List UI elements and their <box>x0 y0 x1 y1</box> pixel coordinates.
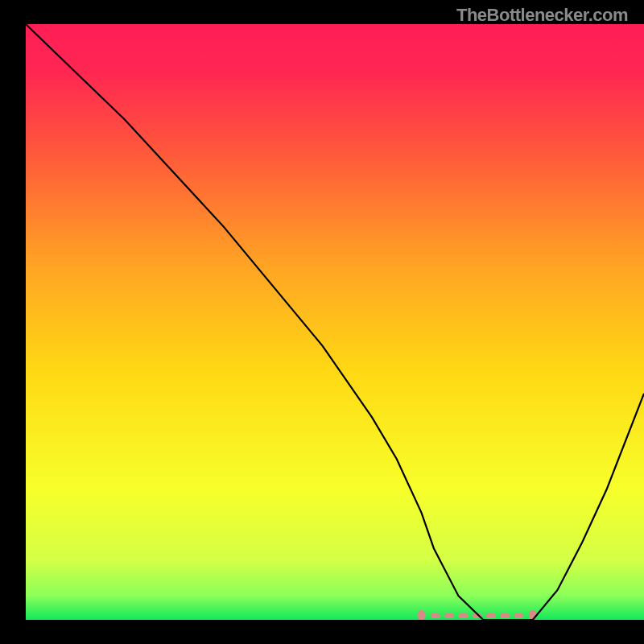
annotation-dash <box>486 613 496 618</box>
annotation-dash <box>444 613 454 618</box>
annotation-dash <box>514 613 524 618</box>
annotation-dash <box>431 613 440 618</box>
annotation-dash <box>458 613 468 618</box>
annotation-dash <box>500 613 510 618</box>
annotation-dash <box>418 610 426 620</box>
chart-svg <box>0 0 644 644</box>
annotation-dash <box>529 610 537 620</box>
chart-container: TheBottlenecker.com <box>0 0 644 644</box>
watermark-label: TheBottlenecker.com <box>456 5 628 26</box>
